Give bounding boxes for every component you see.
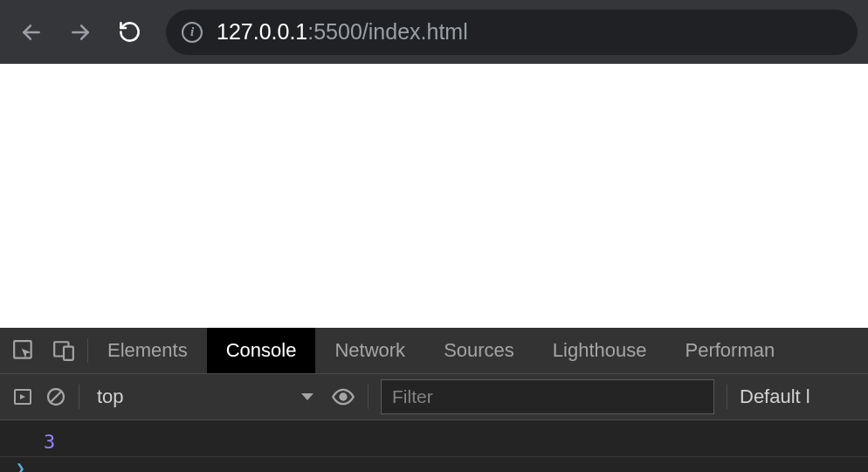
console-log-value: 3 [44, 431, 55, 453]
console-prompt-row[interactable]: ❯ [0, 456, 868, 472]
browser-toolbar: i 127.0.0.1:5500/index.html [0, 0, 868, 64]
tab-performance[interactable]: Performan [666, 328, 795, 373]
tab-console[interactable]: Console [207, 328, 316, 373]
url-path: :5500/index.html [307, 19, 467, 45]
clear-console-button[interactable] [45, 386, 66, 407]
clear-icon [45, 386, 66, 407]
back-button[interactable] [10, 11, 52, 53]
chevron-down-icon [301, 393, 313, 400]
url-bar[interactable]: i 127.0.0.1:5500/index.html [166, 10, 858, 55]
url-text: 127.0.0.1:5500/index.html [217, 19, 468, 45]
svg-point-9 [341, 394, 347, 400]
inspect-group [0, 328, 87, 373]
console-output: 3 ❯ [0, 420, 868, 472]
site-info-icon[interactable]: i [182, 22, 203, 43]
divider [79, 385, 79, 409]
live-expression-button[interactable] [331, 385, 355, 409]
tab-sources[interactable]: Sources [424, 328, 534, 373]
console-log-row[interactable]: 3 [0, 427, 868, 456]
page-viewport [0, 64, 868, 328]
console-filter-input[interactable] [392, 386, 703, 407]
devtools-panel: Elements Console Network Sources Lightho… [0, 328, 868, 472]
reload-button[interactable] [108, 11, 150, 53]
log-levels-select[interactable]: Default l [740, 385, 810, 408]
device-toggle-button[interactable] [52, 339, 75, 362]
svg-line-8 [51, 392, 61, 402]
sidebar-icon [12, 386, 33, 407]
svg-marker-6 [20, 394, 25, 399]
eye-icon [331, 385, 355, 409]
filter-input-wrap [381, 379, 714, 414]
execution-context-select[interactable]: top [92, 385, 319, 408]
divider [368, 385, 369, 409]
forward-button[interactable] [59, 11, 101, 53]
console-toolbar: top Default l [0, 374, 868, 420]
devices-icon [52, 339, 75, 362]
context-label: top [97, 385, 124, 408]
arrow-left-icon [20, 21, 43, 44]
tab-elements[interactable]: Elements [88, 328, 207, 373]
tab-network[interactable]: Network [315, 328, 424, 373]
devtools-tab-list: Elements Console Network Sources Lightho… [88, 328, 794, 373]
url-host: 127.0.0.1 [217, 19, 307, 45]
inspect-icon [12, 339, 35, 362]
inspect-element-button[interactable] [12, 339, 35, 362]
prompt-chevron-icon: ❯ [16, 459, 25, 472]
reload-icon [118, 20, 141, 44]
tab-lighthouse[interactable]: Lighthouse [534, 328, 666, 373]
devtools-tabbar: Elements Console Network Sources Lightho… [0, 328, 868, 374]
divider [727, 385, 727, 409]
console-sidebar-toggle[interactable] [12, 386, 33, 407]
arrow-right-icon [69, 21, 92, 44]
svg-rect-4 [64, 347, 73, 360]
